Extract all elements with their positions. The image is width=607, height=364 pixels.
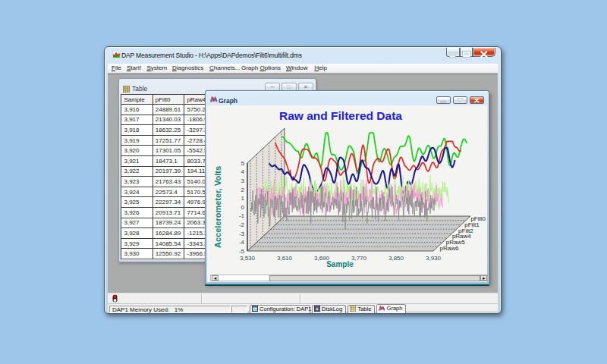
svg-text:3: 3 xyxy=(241,177,245,184)
svg-text:Raw and Filtered Data: Raw and Filtered Data xyxy=(279,109,402,122)
svg-text:3,850: 3,850 xyxy=(388,255,404,262)
svg-text:0: 0 xyxy=(241,204,245,211)
svg-text:-5: -5 xyxy=(239,248,245,255)
svg-text:-4: -4 xyxy=(239,239,245,246)
svg-text:3,530: 3,530 xyxy=(240,255,256,262)
svg-text:2: 2 xyxy=(241,187,245,193)
svg-text:3,690: 3,690 xyxy=(314,255,330,262)
svg-text:3,770: 3,770 xyxy=(351,255,367,262)
svg-text:-1: -1 xyxy=(239,212,245,219)
svg-text:Sample: Sample xyxy=(326,260,354,268)
svg-text:-3: -3 xyxy=(239,231,245,237)
svg-text:-2: -2 xyxy=(239,221,245,228)
svg-text:3,610: 3,610 xyxy=(277,255,293,262)
svg-text:Accelerometer, Volts: Accelerometer, Volts xyxy=(212,166,222,248)
svg-text:5: 5 xyxy=(241,160,245,167)
svg-text:3,930: 3,930 xyxy=(426,255,442,262)
svg-text:1: 1 xyxy=(241,195,245,202)
svg-text:4: 4 xyxy=(241,168,245,175)
svg-text:pRaw6: pRaw6 xyxy=(440,245,459,252)
